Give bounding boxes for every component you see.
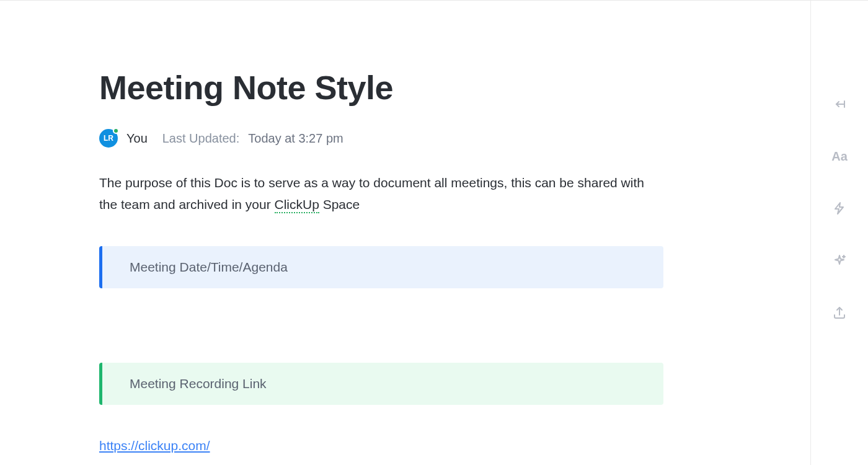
top-border xyxy=(0,0,868,1)
callout-recording-link[interactable]: Meeting Recording Link xyxy=(99,363,663,405)
clickup-highlight[interactable]: ClickUp xyxy=(275,197,319,213)
intro-paragraph[interactable]: The purpose of this Doc is to serve as a… xyxy=(99,172,663,215)
sparkle-icon xyxy=(832,253,847,268)
collapse-panel-button[interactable] xyxy=(828,93,851,115)
callout-text: Meeting Date/Time/Agenda xyxy=(130,260,288,275)
ai-button[interactable] xyxy=(828,249,851,272)
document-content: Meeting Note Style LR You Last Updated: … xyxy=(0,0,769,465)
intro-before: The purpose of this Doc is to serve as a… xyxy=(99,175,644,211)
doc-meta-row: LR You Last Updated: Today at 3:27 pm xyxy=(99,129,663,148)
typography-button[interactable]: Aa xyxy=(828,145,851,167)
spacer xyxy=(99,307,663,363)
callout-text: Meeting Recording Link xyxy=(130,376,267,391)
callout-meeting-agenda[interactable]: Meeting Date/Time/Agenda xyxy=(99,246,663,288)
lightning-icon xyxy=(832,201,847,216)
recording-url-link[interactable]: https://clickup.com/ xyxy=(99,438,210,453)
right-divider xyxy=(810,0,811,465)
upload-icon xyxy=(832,305,847,320)
share-button[interactable] xyxy=(828,301,851,324)
arrow-collapse-icon xyxy=(832,97,847,112)
author-avatar-wrap[interactable]: LR xyxy=(99,129,118,148)
intro-after: Space xyxy=(319,197,360,211)
presence-indicator xyxy=(113,128,119,134)
author-name[interactable]: You xyxy=(126,131,148,146)
last-updated-label: Last Updated: xyxy=(162,131,240,146)
actions-button[interactable] xyxy=(828,197,851,219)
last-updated-value: Today at 3:27 pm xyxy=(248,131,343,146)
right-toolbar: Aa xyxy=(828,93,851,324)
doc-title[interactable]: Meeting Note Style xyxy=(99,68,663,107)
